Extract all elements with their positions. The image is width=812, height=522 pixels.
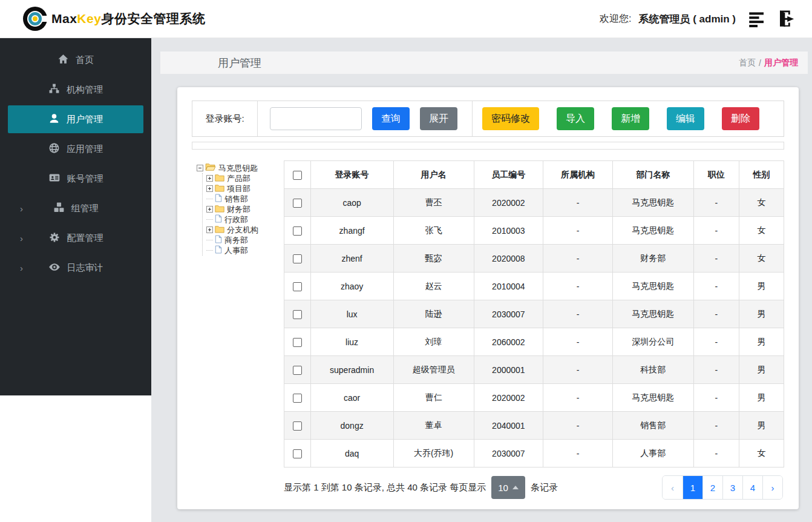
query-button[interactable]: 查询 xyxy=(372,107,410,130)
tree-node-label[interactable]: 项目部 xyxy=(226,183,250,194)
col-login: 登录账号 xyxy=(310,161,393,189)
pagination-next[interactable]: › xyxy=(762,476,782,499)
row-checkbox[interactable] xyxy=(293,226,302,236)
pagination-prev[interactable]: ‹ xyxy=(663,476,683,499)
cell-employee-no: 2020002 xyxy=(474,189,543,217)
cell-gender: 女 xyxy=(739,189,784,217)
sidebar-item-group-mgmt[interactable]: › 组管理 xyxy=(8,194,143,222)
edit-button[interactable]: 编辑 xyxy=(667,107,704,130)
pagination-page-3[interactable]: 3 xyxy=(722,476,742,499)
table-row[interactable]: caor曹仁2020002-马克思钥匙-男 xyxy=(284,384,784,412)
pagination-page-2[interactable]: 2 xyxy=(702,476,722,499)
tree-node[interactable]: 财务部 xyxy=(206,204,283,214)
row-checkbox[interactable] xyxy=(293,310,302,319)
pagination-page-4[interactable]: 4 xyxy=(742,476,762,499)
page-size-select[interactable]: 10 xyxy=(491,476,525,499)
login-account-input[interactable] xyxy=(270,107,362,130)
cell-org: - xyxy=(543,300,613,328)
maxkey-logo-icon xyxy=(23,7,47,31)
row-checkbox[interactable] xyxy=(293,366,302,375)
brand-max: Max xyxy=(51,12,77,25)
expand-plus-icon[interactable] xyxy=(206,175,213,182)
sidebar-item-log-audit[interactable]: › 日志审计 xyxy=(8,254,143,282)
tree-node-label[interactable]: 产品部 xyxy=(226,173,250,184)
logout-icon[interactable] xyxy=(774,9,796,28)
table-row[interactable]: zhenf甄宓2020008-财务部-女 xyxy=(284,245,784,273)
cell-department: 马克思钥匙 xyxy=(612,384,693,412)
cell-position: - xyxy=(693,217,739,245)
col-gender: 性别 xyxy=(739,161,784,189)
tree-node[interactable]: 分支机构 xyxy=(206,225,283,235)
tree-node-label[interactable]: 马克思钥匙 xyxy=(218,163,258,174)
file-icon xyxy=(215,235,222,245)
search-toolbar: 登录账号: 查询 展开 密码修改 导入 新增 编辑 删除 xyxy=(192,101,784,137)
row-checkbox[interactable] xyxy=(293,254,302,263)
tree-node-label[interactable]: 销售部 xyxy=(224,194,248,205)
row-checkbox[interactable] xyxy=(293,449,302,458)
row-checkbox[interactable] xyxy=(293,282,302,291)
change-password-button[interactable]: 密码修改 xyxy=(482,107,539,130)
sidebar-item-config-mgmt[interactable]: › 配置管理 xyxy=(8,224,143,252)
tree-node[interactable]: 产品部 xyxy=(206,173,283,183)
import-button[interactable]: 导入 xyxy=(557,107,594,130)
tree-node[interactable]: 项目部 xyxy=(206,183,283,194)
sidebar-nav: 首页 机构管理 用户管理 应用管理 账号管理 › 组管理 xyxy=(0,38,151,395)
tree-connector xyxy=(206,250,213,251)
cell-employee-no: 2010003 xyxy=(474,217,543,245)
sidebar-item-org-mgmt[interactable]: 机构管理 xyxy=(8,76,143,104)
tree-node[interactable]: 销售部 xyxy=(206,194,283,204)
tree-connector xyxy=(206,219,213,220)
table-row[interactable]: dongz董卓2040001-销售部-男 xyxy=(284,412,784,440)
cell-org: - xyxy=(543,356,613,384)
cell-org: - xyxy=(543,217,613,245)
table-row[interactable]: lux陆逊2030007-马克思钥匙-男 xyxy=(284,300,784,328)
table-row[interactable]: daq大乔(乔玮)2030007-人事部-女 xyxy=(284,440,784,467)
cell-org: - xyxy=(543,384,613,412)
table-row[interactable]: liuz刘璋2060002-深圳分公司-男 xyxy=(284,328,784,356)
tree-node-root[interactable]: 马克思钥匙 xyxy=(197,163,283,173)
breadcrumb-home-link[interactable]: 首页 xyxy=(739,58,756,68)
menu-list-icon[interactable] xyxy=(748,10,767,28)
sidebar-item-home[interactable]: 首页 xyxy=(8,46,143,74)
cell-username: 刘璋 xyxy=(393,328,474,356)
cell-login: caor xyxy=(310,384,393,412)
add-button[interactable]: 新增 xyxy=(612,107,649,130)
table-row[interactable]: superadmin超级管理员2000001-科技部-男 xyxy=(284,356,784,384)
sidebar-item-app-mgmt[interactable]: 应用管理 xyxy=(8,135,143,163)
breadcrumb-separator: / xyxy=(759,58,761,68)
content-card: 登录账号: 查询 展开 密码修改 导入 新增 编辑 删除 xyxy=(177,87,799,509)
row-checkbox[interactable] xyxy=(293,199,302,208)
breadcrumb: 首页 / 用户管理 xyxy=(739,58,808,68)
row-checkbox[interactable] xyxy=(293,421,302,431)
sidebar-item-account-mgmt[interactable]: 账号管理 xyxy=(8,165,143,193)
sidebar-item-user-mgmt[interactable]: 用户管理 xyxy=(8,105,143,133)
select-all-checkbox[interactable] xyxy=(293,171,302,180)
tree-node-label[interactable]: 行政部 xyxy=(224,214,248,225)
tree-node[interactable]: 人事部 xyxy=(206,245,283,256)
cell-username: 赵云 xyxy=(393,273,474,300)
row-checkbox[interactable] xyxy=(293,338,302,347)
expand-plus-icon[interactable] xyxy=(206,185,213,192)
tree-node-label[interactable]: 财务部 xyxy=(226,204,250,215)
tree-node-label[interactable]: 分支机构 xyxy=(226,225,258,236)
tree-node-label[interactable]: 商务部 xyxy=(224,235,248,246)
collapse-minus-icon[interactable] xyxy=(197,165,203,171)
cell-gender: 男 xyxy=(739,273,784,300)
cell-employee-no: 2020008 xyxy=(474,245,543,273)
table-row[interactable]: zhaoy赵云2010004-马克思钥匙-男 xyxy=(284,273,784,300)
tree-node[interactable]: 商务部 xyxy=(206,235,283,245)
cell-org: - xyxy=(543,245,613,273)
cell-employee-no: 2000001 xyxy=(474,356,543,384)
expand-plus-icon[interactable] xyxy=(206,206,213,213)
tree-node-label[interactable]: 人事部 xyxy=(224,245,248,256)
expand-button[interactable]: 展开 xyxy=(420,107,457,130)
table-row[interactable]: caop曹丕2020002-马克思钥匙-女 xyxy=(284,189,784,217)
delete-button[interactable]: 删除 xyxy=(722,107,759,130)
cell-department: 马克思钥匙 xyxy=(612,189,693,217)
row-checkbox[interactable] xyxy=(293,394,302,403)
pagination-page-1[interactable]: 1 xyxy=(683,476,702,499)
table-footer: 显示第 1 到第 10 条记录, 总共 40 条记录 每页显示 10 条记录 ‹… xyxy=(284,475,784,500)
expand-plus-icon[interactable] xyxy=(206,226,213,233)
table-row[interactable]: zhangf张飞2010003-马克思钥匙-女 xyxy=(284,217,784,245)
tree-node[interactable]: 行政部 xyxy=(206,214,283,225)
